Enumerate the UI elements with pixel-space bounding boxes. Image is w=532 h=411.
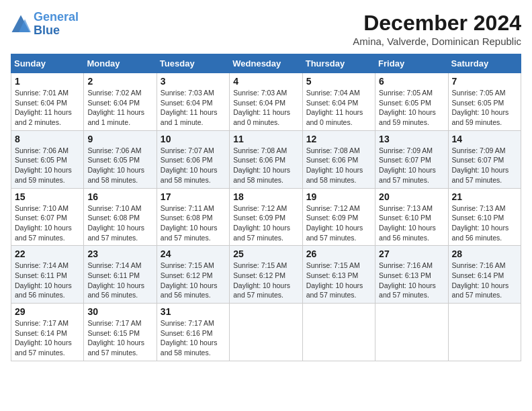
day-number: 17 [161, 191, 226, 202]
day-info: Sunrise: 7:05 AM Sunset: 6:05 PM Dayligh… [452, 88, 517, 128]
calendar-week-row: 22Sunrise: 7:14 AM Sunset: 6:11 PM Dayli… [11, 246, 521, 304]
day-number: 3 [161, 76, 226, 87]
calendar-cell [375, 304, 448, 361]
weekday-header-row: SundayMondayTuesdayWednesdayThursdayFrid… [11, 54, 521, 73]
day-number: 6 [379, 76, 444, 87]
day-info: Sunrise: 7:11 AM Sunset: 6:08 PM Dayligh… [161, 203, 226, 243]
calendar-cell: 3Sunrise: 7:03 AM Sunset: 6:04 PM Daylig… [157, 73, 229, 131]
day-info: Sunrise: 7:13 AM Sunset: 6:10 PM Dayligh… [452, 203, 517, 243]
calendar-cell: 6Sunrise: 7:05 AM Sunset: 6:05 PM Daylig… [375, 73, 448, 131]
weekday-header-thursday: Thursday [302, 54, 375, 73]
day-number: 9 [87, 134, 152, 144]
day-number: 8 [15, 134, 80, 144]
day-info: Sunrise: 7:15 AM Sunset: 6:13 PM Dayligh… [306, 261, 371, 300]
day-info: Sunrise: 7:17 AM Sunset: 6:15 PM Dayligh… [87, 318, 152, 358]
day-info: Sunrise: 7:16 AM Sunset: 6:14 PM Dayligh… [452, 261, 517, 300]
weekday-header-wednesday: Wednesday [230, 54, 302, 73]
day-number: 27 [379, 248, 444, 259]
calendar-cell: 30Sunrise: 7:17 AM Sunset: 6:15 PM Dayli… [84, 304, 157, 361]
logo-text: General Blue [34, 11, 79, 38]
day-info: Sunrise: 7:10 AM Sunset: 6:07 PM Dayligh… [15, 203, 80, 243]
day-number: 11 [233, 134, 298, 144]
day-info: Sunrise: 7:03 AM Sunset: 6:04 PM Dayligh… [161, 88, 226, 128]
day-info: Sunrise: 7:12 AM Sunset: 6:09 PM Dayligh… [233, 203, 298, 243]
calendar-cell [448, 304, 521, 361]
day-number: 7 [452, 76, 517, 87]
weekday-header-monday: Monday [84, 54, 157, 73]
day-number: 21 [452, 191, 517, 202]
calendar-cell: 4Sunrise: 7:03 AM Sunset: 6:04 PM Daylig… [230, 73, 302, 131]
day-info: Sunrise: 7:01 AM Sunset: 6:04 PM Dayligh… [15, 88, 80, 128]
day-info: Sunrise: 7:17 AM Sunset: 6:14 PM Dayligh… [15, 318, 80, 358]
day-info: Sunrise: 7:06 AM Sunset: 6:05 PM Dayligh… [15, 146, 80, 185]
day-info: Sunrise: 7:06 AM Sunset: 6:05 PM Dayligh… [87, 146, 152, 185]
day-info: Sunrise: 7:08 AM Sunset: 6:06 PM Dayligh… [306, 146, 371, 185]
calendar-cell: 1Sunrise: 7:01 AM Sunset: 6:04 PM Daylig… [11, 73, 84, 131]
day-number: 4 [233, 76, 298, 87]
day-info: Sunrise: 7:09 AM Sunset: 6:07 PM Dayligh… [379, 146, 444, 185]
calendar-week-row: 1Sunrise: 7:01 AM Sunset: 6:04 PM Daylig… [11, 73, 521, 131]
day-number: 31 [161, 306, 226, 317]
logo: General Blue [11, 11, 79, 38]
day-info: Sunrise: 7:12 AM Sunset: 6:09 PM Dayligh… [306, 203, 371, 243]
day-number: 12 [306, 134, 371, 144]
calendar-cell: 24Sunrise: 7:15 AM Sunset: 6:12 PM Dayli… [157, 246, 229, 304]
day-info: Sunrise: 7:04 AM Sunset: 6:04 PM Dayligh… [306, 88, 371, 128]
calendar-cell: 2Sunrise: 7:02 AM Sunset: 6:04 PM Daylig… [84, 73, 157, 131]
day-number: 19 [306, 191, 371, 202]
day-number: 5 [306, 76, 371, 87]
day-info: Sunrise: 7:17 AM Sunset: 6:16 PM Dayligh… [161, 318, 226, 358]
calendar-cell: 11Sunrise: 7:08 AM Sunset: 6:06 PM Dayli… [230, 130, 302, 188]
day-info: Sunrise: 7:15 AM Sunset: 6:12 PM Dayligh… [233, 261, 298, 300]
title-block: December 2024 Amina, Valverde, Dominican… [353, 11, 521, 47]
calendar-cell: 10Sunrise: 7:07 AM Sunset: 6:06 PM Dayli… [157, 130, 229, 188]
day-info: Sunrise: 7:05 AM Sunset: 6:05 PM Dayligh… [379, 88, 444, 128]
day-number: 20 [379, 191, 444, 202]
weekday-header-sunday: Sunday [11, 54, 84, 73]
page-header: General Blue December 2024 Amina, Valver… [11, 11, 521, 47]
calendar-cell: 27Sunrise: 7:16 AM Sunset: 6:13 PM Dayli… [375, 246, 448, 304]
calendar-cell: 26Sunrise: 7:15 AM Sunset: 6:13 PM Dayli… [302, 246, 375, 304]
day-number: 24 [161, 248, 226, 259]
calendar-cell: 16Sunrise: 7:10 AM Sunset: 6:08 PM Dayli… [84, 188, 157, 246]
day-number: 16 [87, 191, 152, 202]
weekday-header-friday: Friday [375, 54, 448, 73]
calendar-cell: 28Sunrise: 7:16 AM Sunset: 6:14 PM Dayli… [448, 246, 521, 304]
calendar-cell: 5Sunrise: 7:04 AM Sunset: 6:04 PM Daylig… [302, 73, 375, 131]
calendar-cell: 20Sunrise: 7:13 AM Sunset: 6:10 PM Dayli… [375, 188, 448, 246]
day-number: 26 [306, 248, 371, 259]
day-number: 28 [452, 248, 517, 259]
day-number: 22 [15, 248, 80, 259]
calendar-table: SundayMondayTuesdayWednesdayThursdayFrid… [11, 54, 521, 361]
calendar-cell: 9Sunrise: 7:06 AM Sunset: 6:05 PM Daylig… [84, 130, 157, 188]
day-info: Sunrise: 7:02 AM Sunset: 6:04 PM Dayligh… [87, 88, 152, 128]
calendar-cell: 22Sunrise: 7:14 AM Sunset: 6:11 PM Dayli… [11, 246, 84, 304]
day-info: Sunrise: 7:14 AM Sunset: 6:11 PM Dayligh… [87, 261, 152, 300]
day-info: Sunrise: 7:15 AM Sunset: 6:12 PM Dayligh… [161, 261, 226, 300]
day-number: 15 [15, 191, 80, 202]
day-info: Sunrise: 7:14 AM Sunset: 6:11 PM Dayligh… [15, 261, 80, 300]
day-number: 18 [233, 191, 298, 202]
calendar-cell: 15Sunrise: 7:10 AM Sunset: 6:07 PM Dayli… [11, 188, 84, 246]
calendar-week-row: 15Sunrise: 7:10 AM Sunset: 6:07 PM Dayli… [11, 188, 521, 246]
weekday-header-tuesday: Tuesday [157, 54, 229, 73]
calendar-cell: 31Sunrise: 7:17 AM Sunset: 6:16 PM Dayli… [157, 304, 229, 361]
calendar-week-row: 8Sunrise: 7:06 AM Sunset: 6:05 PM Daylig… [11, 130, 521, 188]
calendar-cell: 14Sunrise: 7:09 AM Sunset: 6:07 PM Dayli… [448, 130, 521, 188]
calendar-cell: 18Sunrise: 7:12 AM Sunset: 6:09 PM Dayli… [230, 188, 302, 246]
calendar-cell [302, 304, 375, 361]
day-info: Sunrise: 7:09 AM Sunset: 6:07 PM Dayligh… [452, 146, 517, 185]
calendar-cell: 25Sunrise: 7:15 AM Sunset: 6:12 PM Dayli… [230, 246, 302, 304]
calendar-cell [230, 304, 302, 361]
calendar-cell: 13Sunrise: 7:09 AM Sunset: 6:07 PM Dayli… [375, 130, 448, 188]
day-number: 23 [87, 248, 152, 259]
day-info: Sunrise: 7:08 AM Sunset: 6:06 PM Dayligh… [233, 146, 298, 185]
day-number: 29 [15, 306, 80, 317]
calendar-cell: 23Sunrise: 7:14 AM Sunset: 6:11 PM Dayli… [84, 246, 157, 304]
calendar-cell: 17Sunrise: 7:11 AM Sunset: 6:08 PM Dayli… [157, 188, 229, 246]
location: Amina, Valverde, Dominican Republic [353, 36, 521, 47]
day-info: Sunrise: 7:03 AM Sunset: 6:04 PM Dayligh… [233, 88, 298, 128]
day-number: 30 [87, 306, 152, 317]
calendar-cell: 8Sunrise: 7:06 AM Sunset: 6:05 PM Daylig… [11, 130, 84, 188]
day-number: 25 [233, 248, 298, 259]
